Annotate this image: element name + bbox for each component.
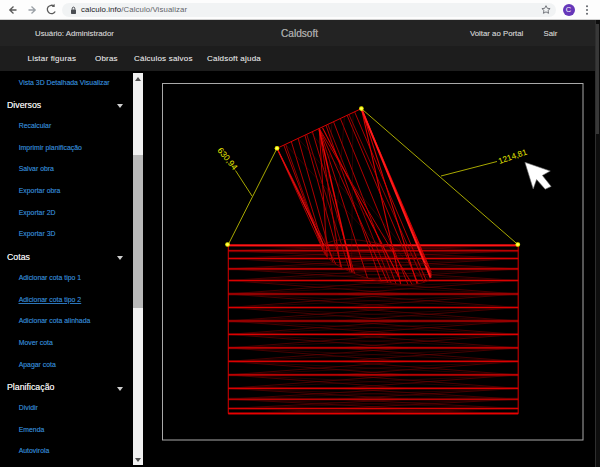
svg-text:630,94: 630,94 bbox=[215, 145, 239, 172]
svg-text:1214,81: 1214,81 bbox=[497, 148, 528, 166]
